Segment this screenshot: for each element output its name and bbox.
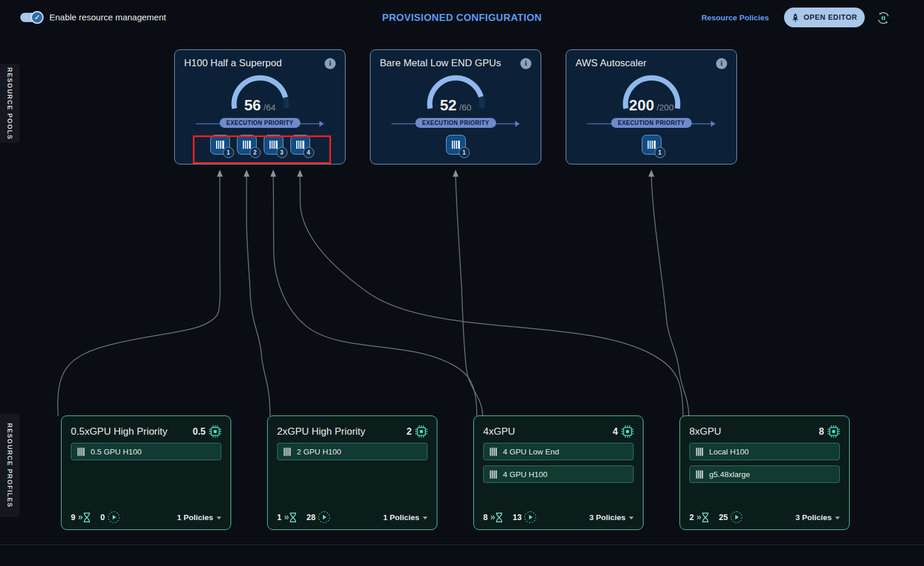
resource-row[interactable]: 0.5 GPU H100 [71,443,221,460]
info-icon[interactable]: i [520,58,531,69]
gauge-used-value: 200 [629,96,654,114]
info-icon[interactable]: i [716,58,727,69]
toggle-label: Enable resource management [49,12,166,22]
gpu-barcode-icon[interactable]: 1 [642,135,661,155]
check-icon: ✓ [31,11,44,24]
gpu-barcode-icon [283,447,291,456]
play-dotted-icon [524,511,536,523]
gpu-barcode-icon[interactable]: 1 [446,135,466,155]
resource-label: 4 GPU H100 [503,470,548,479]
resource-profiles-tab[interactable]: RESOURCE PROFILES [0,414,20,517]
arrow-right-icon [319,121,324,127]
resource-label: g5.48xlarge [709,470,750,479]
pool-card-bare-metal-low-end[interactable]: Bare Metal Low END GPUs i 52 /60 EXECUTI… [370,49,541,164]
pending-stat: 1 [277,513,297,522]
resource-row[interactable]: 2 GPU H100 [277,443,427,460]
open-editor-button[interactable]: OPEN EDITOR [784,8,865,27]
slot-number-badge: 1 [223,147,234,158]
running-stat: 28 [307,511,330,523]
gpu-count: 2 [407,427,412,437]
gpu-barcode-icon[interactable]: 1 [210,135,230,155]
chevron-down-icon [629,517,634,520]
profile-title: 8xGPU [689,426,721,438]
top-bar: ✓ Enable resource management PROVISIONED… [0,0,924,36]
hourglass-arrow-icon [491,513,504,522]
pool-card-aws-autoscaler[interactable]: AWS Autoscaler i 200 /200 EXECUTION PRIO… [566,49,737,164]
policies-dropdown[interactable]: 1 Policies [177,513,221,522]
resource-pools-tab[interactable]: RESOURCE POOLS [0,64,20,143]
resource-row[interactable]: g5.48xlarge [689,465,840,483]
chevron-down-icon [423,517,427,520]
capacity-gauge: 52 /60 [380,70,531,114]
slot-number-badge: 1 [655,147,666,158]
priority-slots-row: 1 [576,135,727,155]
pool-card-h100-half-superpod[interactable]: H100 Half a Superpod i 56 /64 EXECUTION … [174,49,346,164]
capacity-gauge: 56 /64 [184,70,336,114]
policies-dropdown[interactable]: 1 Policies [383,513,427,522]
running-stat: 13 [513,511,537,523]
chevron-down-icon [835,517,840,520]
resource-row[interactable]: 4 GPU Low End [483,443,634,460]
resource-row[interactable]: 4 GPU H100 [483,465,634,483]
slot-number-badge: 2 [250,147,261,158]
hourglass-arrow-icon [285,513,297,522]
hourglass-arrow-icon [697,513,710,522]
enable-resource-management-toggle-group: ✓ Enable resource management [20,12,166,22]
policies-dropdown[interactable]: 3 Policies [796,513,840,522]
profile-title: 4xGPU [483,426,515,438]
gpu-count: 8 [819,427,824,437]
profile-title: 2xGPU High Priority [277,426,365,438]
execution-priority-label: EXECUTION PRIORITY [220,118,301,128]
execution-priority-axis: EXECUTION PRIORITY [576,118,727,130]
gpu-count: 4 [613,427,618,437]
pending-stat: 9 [71,513,91,522]
slot-number-badge: 1 [459,147,470,158]
gpu-barcode-icon[interactable]: 2 [237,135,257,155]
resource-label: Local H100 [709,447,749,456]
resource-row[interactable]: Local H100 [689,443,840,460]
sync-pause-icon[interactable] [876,10,891,26]
gpu-barcode-icon[interactable]: 4 [290,135,310,155]
gauge-capacity-value: /64 [264,102,276,112]
resource-management-toggle[interactable]: ✓ [20,13,42,22]
play-dotted-icon [731,511,742,523]
gpu-barcode-icon[interactable]: 3 [264,135,283,155]
open-editor-label: OPEN EDITOR [804,13,858,22]
pool-title: Bare Metal Low END GPUs [380,58,501,69]
cpu-chip-icon [209,425,221,438]
gauge-capacity-value: /200 [657,102,674,112]
resource-policies-link[interactable]: Resource Policies [702,13,769,22]
bottom-divider [0,544,924,545]
running-stat: 25 [719,511,743,523]
execution-priority-label: EXECUTION PRIORITY [611,118,692,128]
profile-card-8xgpu[interactable]: 8xGPU 8 Local H100 g5.48xlarge [679,415,850,530]
policies-dropdown[interactable]: 3 Policies [589,513,634,522]
play-dotted-icon [318,511,330,523]
arrow-right-icon [711,121,716,127]
pending-stat: 8 [483,513,504,522]
rocket-icon [792,13,799,22]
priority-slots-row: 1 2 3 4 [184,135,336,155]
gpu-barcode-icon [490,447,497,456]
gpu-barcode-icon [696,447,703,456]
provisioned-configuration-screen: ✓ Enable resource management PROVISIONED… [0,0,924,566]
cpu-chip-icon [828,425,840,438]
play-dotted-icon [108,511,120,523]
pending-stat: 2 [689,513,710,522]
resource-label: 4 GPU Low End [503,447,559,456]
cpu-chip-icon [415,425,427,438]
profile-card-2xgpu-high-priority[interactable]: 2xGPU High Priority 2 2 GPU H100 1 [267,415,437,530]
running-stat: 0 [100,511,120,523]
pool-title: AWS Autoscaler [576,58,646,69]
page-title: PROVISIONED CONFIGURATION [382,12,542,24]
gpu-barcode-icon [490,470,497,479]
gauge-used-value: 56 [244,96,261,114]
info-icon[interactable]: i [325,58,336,69]
profile-card-05xgpu-high-priority[interactable]: 0.5xGPU High Priority 0.5 0.5 GPU H100 9 [61,415,231,530]
slot-number-badge: 4 [303,147,314,158]
profile-card-4xgpu[interactable]: 4xGPU 4 4 GPU Low End 4 GPU H100 [473,415,643,530]
gauge-capacity-value: /60 [459,102,472,112]
cpu-chip-icon [621,425,634,438]
hourglass-arrow-icon [78,513,91,522]
slot-number-badge: 3 [276,147,287,158]
